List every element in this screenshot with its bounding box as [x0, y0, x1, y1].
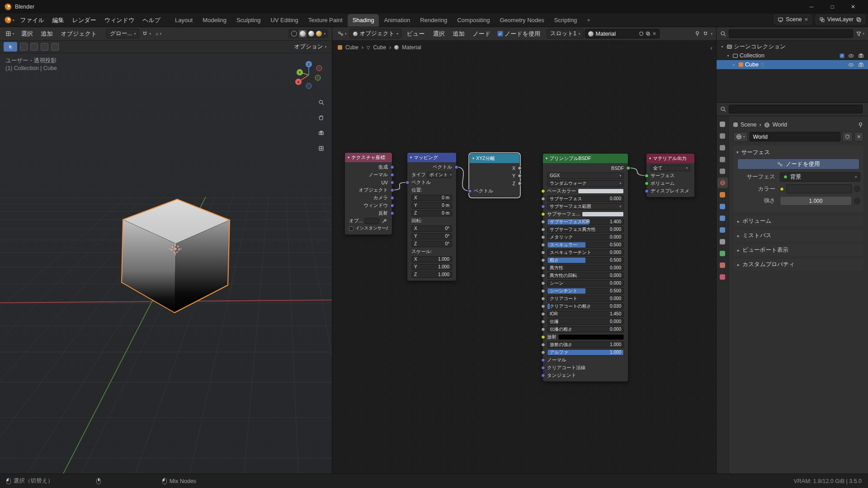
surface-type-dropdown[interactable]: 背景▾ — [780, 172, 860, 182]
rendered-shading-button[interactable] — [316, 31, 322, 37]
float-socket[interactable] — [541, 281, 545, 285]
viewport-menu-item[interactable]: 選択 — [17, 28, 37, 40]
vector-socket[interactable] — [541, 358, 545, 362]
value-slider[interactable]: 粗さ0.500 — [547, 257, 624, 263]
workspace-tab[interactable]: Texture Paint — [303, 14, 348, 27]
select-mode-tweak-button[interactable] — [20, 43, 28, 51]
dropdown[interactable]: サブサーフェス範囲▾ — [547, 203, 624, 210]
collapsed-panel[interactable]: ▸カスタムプロパティ — [733, 259, 863, 270]
shader-menu-item[interactable]: ノード — [468, 28, 495, 40]
maximize-button[interactable]: □ — [822, 0, 843, 14]
float-socket[interactable] — [518, 174, 522, 178]
camera-view-button[interactable] — [315, 127, 327, 139]
properties-tab-render[interactable] — [717, 131, 728, 141]
sidebar-toggle-icon[interactable]: ‹ — [710, 44, 712, 52]
surface-panel-header[interactable]: ▾ サーフェス — [736, 147, 860, 157]
shader-menu-item[interactable]: 追加 — [448, 28, 468, 40]
value-slider[interactable]: クリアコート0.000 — [547, 296, 624, 302]
value-slider[interactable]: 伝播0.000 — [547, 319, 624, 325]
collapse-icon[interactable]: ▾ — [472, 156, 474, 160]
breadcrumb-material[interactable]: Material — [402, 44, 421, 51]
number-field[interactable]: Z1.000 — [411, 272, 452, 278]
color-socket[interactable] — [541, 189, 545, 193]
filter-icon[interactable] — [856, 31, 862, 37]
properties-tab-tool[interactable] — [717, 119, 728, 129]
float-socket[interactable] — [541, 197, 545, 201]
fake-user-button[interactable] — [842, 132, 853, 141]
color-socket[interactable] — [541, 212, 545, 216]
properties-tab-physics[interactable] — [717, 225, 728, 235]
float-socket[interactable] — [541, 327, 545, 331]
node-mapping[interactable]: ▾マッピングベクトルタイプ:ポイント▾ベクトル位置:X0 mY0 mZ0 m回転… — [407, 152, 457, 281]
properties-tab-object-data[interactable] — [717, 248, 728, 258]
scene-selector[interactable]: Scene ✕ — [774, 14, 812, 24]
collapse-icon[interactable]: ▾ — [546, 156, 547, 160]
float-socket[interactable] — [541, 304, 545, 308]
select-mode-lasso-button[interactable] — [51, 43, 59, 51]
hide-toggle[interactable] — [848, 61, 854, 68]
float-socket[interactable] — [541, 227, 545, 231]
value-slider[interactable]: サブサーフェスIOR1.400 — [547, 219, 624, 225]
dropdown[interactable]: ランダムウォーク▾ — [547, 180, 624, 187]
unlink-button[interactable]: ✕ — [854, 132, 863, 141]
node-header[interactable]: ▾マテリアル出力 — [646, 154, 694, 163]
world-browse-button[interactable]: ▾ — [733, 132, 748, 141]
wireframe-shading-button[interactable] — [291, 31, 297, 37]
add-workspace-button[interactable]: + — [582, 14, 595, 27]
material-datablock[interactable]: Material ✕ — [585, 29, 660, 38]
value-slider[interactable]: 放射の強さ1.000 — [547, 342, 624, 348]
properties-tab-particles[interactable] — [717, 213, 728, 223]
properties-tab-world[interactable] — [717, 178, 728, 188]
vector-socket[interactable] — [454, 165, 458, 169]
workspace-tab[interactable]: Geometry Nodes — [495, 14, 549, 27]
node-bsdf[interactable]: ▾プリンシプルBSDFBSDFGGX▾ランダムウォーク▾ベースカラーサブサーフェ… — [542, 153, 628, 382]
close-button[interactable]: ✕ — [843, 0, 863, 14]
viewport-canvas[interactable]: ユーザー・透視投影 (1) Collection | Cube — [0, 53, 332, 474]
menu-item[interactable]: レンダー — [68, 14, 100, 26]
workspace-tab[interactable]: UV Editing — [265, 14, 303, 27]
dropdown[interactable]: GGX▾ — [547, 173, 624, 179]
float-socket[interactable] — [541, 343, 545, 347]
minimize-button[interactable]: ─ — [801, 0, 822, 14]
shader-socket[interactable] — [645, 181, 649, 185]
decorator-dot[interactable] — [854, 186, 860, 192]
workspace-tab[interactable]: Scripting — [549, 14, 582, 27]
outliner-row[interactable]: ▾シーンコレクション — [717, 42, 868, 51]
outliner-row[interactable]: ▾Collection✓ — [717, 51, 868, 60]
unlink-icon[interactable]: ✕ — [804, 17, 808, 23]
value-slider[interactable]: 伝播の粗さ0.000 — [547, 326, 624, 333]
collapsed-panel[interactable]: ▸ビューポート表示 — [733, 244, 863, 256]
value-slider[interactable]: 異方性の回転0.000 — [547, 272, 624, 279]
node-sepxyz[interactable]: ▾XYZ分離XYZベクトル — [469, 153, 520, 197]
menu-item[interactable]: ウィンドウ — [100, 14, 139, 26]
value-slider[interactable]: シーン0.000 — [547, 280, 624, 286]
float-socket[interactable] — [541, 289, 545, 293]
color-swatch[interactable] — [582, 211, 624, 217]
number-field[interactable]: X1.000 — [411, 256, 452, 263]
camera-toggle[interactable] — [858, 52, 864, 59]
node-canvas[interactable]: Cube › ▽ Cube › Material ▾テクスチャ座標生成ノーマルU… — [332, 41, 716, 474]
expander-icon[interactable]: ▾ — [719, 45, 725, 49]
color-swatch[interactable] — [578, 188, 624, 194]
value-slider[interactable]: サブサーフェス0.000 — [547, 196, 624, 202]
y-axis-negative-handle[interactable] — [315, 75, 321, 80]
node-header[interactable]: ▾XYZ分離 — [470, 154, 519, 163]
pin-icon[interactable] — [858, 122, 863, 128]
breadcrumb-scene[interactable]: Scene — [741, 122, 756, 128]
breadcrumb-data[interactable]: Cube — [373, 44, 386, 51]
properties-tab-scene[interactable] — [717, 166, 728, 176]
value-slider[interactable]: メタリック0.000 — [547, 234, 624, 240]
float-socket[interactable] — [541, 258, 545, 262]
select-mode-box-button[interactable] — [30, 43, 38, 51]
vector-socket[interactable] — [468, 189, 472, 193]
color-socket[interactable] — [541, 335, 545, 339]
workspace-tab[interactable]: Sculpting — [231, 14, 265, 27]
vector-socket[interactable] — [645, 189, 649, 193]
vector-socket[interactable] — [541, 204, 545, 208]
x-axis-negative-handle[interactable] — [316, 66, 322, 71]
menu-item[interactable]: ファイル — [16, 14, 48, 26]
viewport-menu-item[interactable]: 追加 — [37, 28, 57, 40]
editor-type-button[interactable]: ▾ — [336, 30, 349, 38]
number-field[interactable]: X0° — [411, 225, 452, 232]
value-slider[interactable]: シーンチント0.500 — [547, 288, 624, 294]
